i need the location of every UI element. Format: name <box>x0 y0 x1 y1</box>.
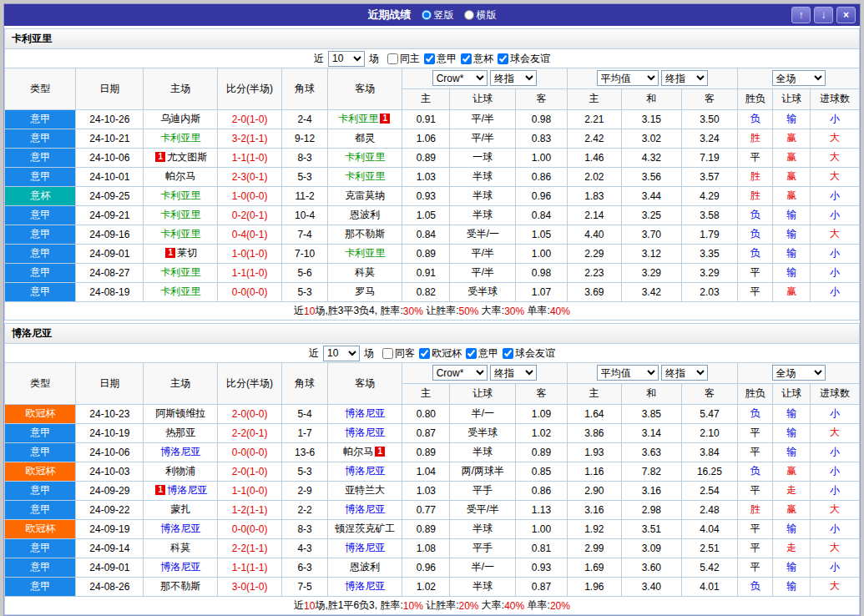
score-cell: 2-3(0-1) <box>218 167 282 186</box>
bookmaker-select[interactable]: Crow* <box>432 365 488 381</box>
league-type-cell: 意甲 <box>5 423 76 442</box>
handicap-away-odds-cell: 1.13 <box>516 500 567 519</box>
handicap-odds-group-header: Crow* 终指 <box>402 68 567 88</box>
radio-vertical-layout[interactable]: 竖版 <box>422 8 454 23</box>
date-cell: 24-09-22 <box>76 500 144 519</box>
match-row: 意甲24-08-27卡利亚里1-1(1-0)5-6科莫0.91平/半0.982.… <box>5 263 859 282</box>
recent-count-select[interactable]: 10 <box>328 51 365 67</box>
average-stage-select[interactable]: 终指 <box>661 365 708 381</box>
handicap-home-odds-cell: 1.08 <box>402 538 450 558</box>
recent-count-select[interactable]: 10 <box>323 346 360 361</box>
filter-checkbox[interactable]: 同主 <box>387 52 420 66</box>
handicap-away-odds-cell: 0.96 <box>516 186 567 205</box>
result-wl-cell: 负 <box>738 225 773 244</box>
summary-segment: 10 <box>304 600 315 612</box>
radio-input-vertical[interactable] <box>422 10 432 20</box>
avg-draw-odds-cell: 3.42 <box>622 282 682 301</box>
corner-cell: 5-4 <box>281 404 327 423</box>
score-cell: 1-1(1-0) <box>218 148 282 167</box>
odds-stage-select[interactable]: 终指 <box>490 70 537 86</box>
filter-checkbox-input[interactable] <box>461 53 472 64</box>
summary-segment: 20% <box>550 600 570 612</box>
team-name: 克雷莫纳 <box>345 189 385 201</box>
filter-checkbox[interactable]: 球会友谊 <box>503 346 555 361</box>
average-stage-select[interactable]: 终指 <box>661 70 708 86</box>
team-name: 尤文图斯 <box>167 151 207 163</box>
match-row: 意甲24-10-01帕尔马2-3(0-1)5-3卡利亚里1.03半球0.862.… <box>5 167 859 186</box>
team-cell: 1莱切 <box>144 244 218 263</box>
score-cell: 2-0(0-0) <box>218 404 282 423</box>
result-handicap-cell: 输 <box>773 109 811 129</box>
odds-stage-select[interactable]: 终指 <box>490 365 537 381</box>
result-goals-cell: 大 <box>811 423 859 442</box>
team-cell: 乌迪内斯 <box>144 109 218 129</box>
avg-home-odds-cell: 2.99 <box>567 538 621 558</box>
avg-draw-odds-cell: 3.60 <box>622 558 682 577</box>
result-wl-cell: 平 <box>738 538 773 558</box>
handicap-home-odds-cell: 0.89 <box>402 519 450 538</box>
filter-checkbox[interactable]: 同客 <box>382 346 415 361</box>
avg-away-odds-cell: 2.51 <box>681 538 738 558</box>
average-source-select[interactable]: 平均值 <box>597 70 659 86</box>
col-header-odds-away: 客 <box>516 383 567 404</box>
filter-checkbox-input[interactable] <box>498 53 508 64</box>
date-cell: 24-09-14 <box>76 538 144 558</box>
average-source-select[interactable]: 平均值 <box>597 365 659 381</box>
summary-segment: 40% <box>550 305 570 317</box>
summary-segment: 40% <box>504 600 524 612</box>
filter-checkbox[interactable]: 欧冠杯 <box>419 346 462 361</box>
filter-checkbox[interactable]: 球会友谊 <box>498 52 550 66</box>
radio-input-horizontal[interactable] <box>464 10 474 20</box>
match-row: 意甲24-09-291博洛尼亚1-1(0-0)2-9亚特兰大1.03平手0.86… <box>5 481 859 500</box>
match-row: 意甲24-08-26那不勒斯3-0(1-0)7-5博洛尼亚1.02半球0.871… <box>5 577 859 596</box>
bookmaker-select[interactable]: Crow* <box>432 70 488 86</box>
avg-draw-odds-cell: 3.51 <box>622 519 682 538</box>
result-handicap-cell: 走 <box>773 538 811 558</box>
col-header-away: 客场 <box>328 363 402 404</box>
team-name: 科莫 <box>355 266 375 278</box>
filter-checkbox-input[interactable] <box>503 348 513 359</box>
filter-checkbox-input[interactable] <box>466 348 477 359</box>
date-cell: 24-10-21 <box>76 129 144 148</box>
filter-checkbox[interactable]: 意杯 <box>461 52 493 66</box>
filter-row: 近 10 场 同主意甲意杯球会友谊 <box>5 49 859 68</box>
handicap-home-odds-cell: 0.96 <box>402 558 450 577</box>
team-name: 那不勒斯 <box>345 228 385 240</box>
date-cell: 24-10-19 <box>76 423 144 442</box>
handicap-home-odds-cell: 1.05 <box>402 205 450 225</box>
result-wl-cell: 平 <box>738 148 773 167</box>
filter-checkbox-input[interactable] <box>424 53 435 64</box>
filter-checkbox-input[interactable] <box>387 53 398 64</box>
handicap-home-odds-cell: 0.89 <box>402 442 450 462</box>
scroll-up-button[interactable]: ↑ <box>791 7 811 23</box>
team-name: 乌迪内斯 <box>160 113 200 124</box>
team-cell: 卡利亚里 <box>144 263 218 282</box>
filter-checkbox[interactable]: 意甲 <box>424 52 457 66</box>
handicap-line-cell: 平手 <box>450 481 516 500</box>
score-cell: 3-2(1-1) <box>218 129 282 148</box>
team-name: 卡利亚里 <box>160 266 200 278</box>
handicap-line-cell: 受半/一 <box>450 225 516 244</box>
date-cell: 24-10-23 <box>76 404 144 423</box>
league-filter-checkboxes: 同主意甲意杯球会友谊 <box>383 52 550 66</box>
average-odds-group-header: 平均值 终指 <box>567 363 738 383</box>
avg-draw-odds-cell: 3.85 <box>622 404 682 423</box>
filter-checkbox[interactable]: 意甲 <box>466 346 498 361</box>
avg-away-odds-cell: 2.54 <box>681 481 738 500</box>
scope-select[interactable]: 全场 <box>772 70 826 86</box>
summary-segment: 场,胜1平6负3, 胜率: <box>315 598 402 613</box>
team-cell: 利物浦 <box>144 462 218 481</box>
scope-select[interactable]: 全场 <box>772 365 826 381</box>
close-button[interactable]: × <box>836 7 856 23</box>
scroll-down-button[interactable]: ↓ <box>814 7 833 23</box>
filter-checkbox-input[interactable] <box>419 348 430 359</box>
result-goals-cell: 小 <box>811 481 859 500</box>
team-name: 阿斯顿维拉 <box>155 407 205 419</box>
avg-away-odds-cell: 4.01 <box>681 577 738 596</box>
result-goals-cell: 大 <box>811 538 859 558</box>
avg-away-odds-cell: 2.10 <box>681 423 738 442</box>
col-header-date: 日期 <box>76 68 144 109</box>
filter-checkbox-input[interactable] <box>382 348 393 359</box>
handicap-away-odds-cell: 0.89 <box>516 442 567 462</box>
radio-horizontal-layout[interactable]: 横版 <box>464 8 497 23</box>
